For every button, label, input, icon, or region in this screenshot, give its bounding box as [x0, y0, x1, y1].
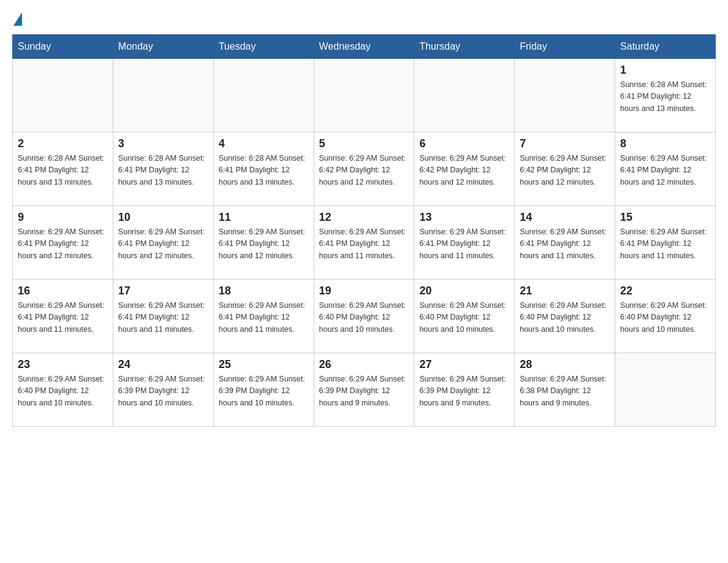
day-info: Sunrise: 6:29 AM Sunset: 6:41 PM Dayligh…	[620, 226, 710, 262]
day-info: Sunrise: 6:29 AM Sunset: 6:39 PM Dayligh…	[219, 373, 309, 409]
calendar-cell: 9Sunrise: 6:29 AM Sunset: 6:41 PM Daylig…	[13, 206, 113, 280]
day-number: 24	[118, 358, 208, 371]
day-info: Sunrise: 6:28 AM Sunset: 6:41 PM Dayligh…	[118, 153, 208, 188]
logo	[12, 12, 22, 22]
day-info: Sunrise: 6:29 AM Sunset: 6:41 PM Dayligh…	[118, 300, 208, 335]
weekday-header-monday: Monday	[113, 35, 213, 59]
day-number: 13	[419, 211, 509, 224]
calendar-week-row: 1Sunrise: 6:28 AM Sunset: 6:41 PM Daylig…	[13, 59, 716, 132]
day-info: Sunrise: 6:29 AM Sunset: 6:41 PM Dayligh…	[18, 226, 108, 262]
day-number: 11	[219, 211, 309, 224]
calendar-week-row: 23Sunrise: 6:29 AM Sunset: 6:40 PM Dayli…	[13, 353, 716, 427]
calendar-cell: 12Sunrise: 6:29 AM Sunset: 6:41 PM Dayli…	[314, 206, 414, 280]
day-info: Sunrise: 6:29 AM Sunset: 6:41 PM Dayligh…	[520, 226, 610, 262]
day-info: Sunrise: 6:29 AM Sunset: 6:39 PM Dayligh…	[118, 373, 208, 409]
calendar-cell: 10Sunrise: 6:29 AM Sunset: 6:41 PM Dayli…	[113, 206, 213, 280]
calendar-cell	[615, 353, 716, 427]
calendar-week-row: 2Sunrise: 6:28 AM Sunset: 6:41 PM Daylig…	[13, 132, 716, 206]
day-number: 22	[620, 285, 710, 297]
calendar-cell: 18Sunrise: 6:29 AM Sunset: 6:41 PM Dayli…	[213, 280, 314, 353]
calendar-cell	[213, 59, 314, 132]
calendar-week-row: 16Sunrise: 6:29 AM Sunset: 6:41 PM Dayli…	[13, 280, 716, 353]
day-number: 3	[118, 137, 208, 150]
calendar-cell: 1Sunrise: 6:28 AM Sunset: 6:41 PM Daylig…	[615, 59, 716, 132]
calendar-cell: 22Sunrise: 6:29 AM Sunset: 6:40 PM Dayli…	[615, 280, 716, 353]
day-number: 12	[319, 211, 409, 224]
day-number: 9	[18, 211, 108, 224]
day-info: Sunrise: 6:29 AM Sunset: 6:41 PM Dayligh…	[18, 300, 108, 335]
calendar-cell: 14Sunrise: 6:29 AM Sunset: 6:41 PM Dayli…	[515, 206, 615, 280]
day-info: Sunrise: 6:29 AM Sunset: 6:42 PM Dayligh…	[319, 153, 409, 188]
day-number: 23	[18, 358, 108, 371]
calendar-cell: 24Sunrise: 6:29 AM Sunset: 6:39 PM Dayli…	[113, 353, 213, 427]
calendar-cell: 5Sunrise: 6:29 AM Sunset: 6:42 PM Daylig…	[314, 132, 414, 206]
day-info: Sunrise: 6:29 AM Sunset: 6:40 PM Dayligh…	[620, 300, 710, 335]
day-number: 27	[419, 358, 509, 371]
weekday-header-wednesday: Wednesday	[314, 35, 414, 59]
calendar-cell: 13Sunrise: 6:29 AM Sunset: 6:41 PM Dayli…	[414, 206, 515, 280]
day-info: Sunrise: 6:29 AM Sunset: 6:41 PM Dayligh…	[419, 226, 509, 262]
calendar-cell	[113, 59, 213, 132]
calendar-cell: 15Sunrise: 6:29 AM Sunset: 6:41 PM Dayli…	[615, 206, 716, 280]
day-number: 25	[219, 358, 309, 371]
calendar-cell: 17Sunrise: 6:29 AM Sunset: 6:41 PM Dayli…	[113, 280, 213, 353]
day-number: 14	[520, 211, 610, 224]
day-info: Sunrise: 6:29 AM Sunset: 6:41 PM Dayligh…	[319, 226, 409, 262]
page-header	[12, 12, 716, 22]
weekday-header-friday: Friday	[515, 35, 615, 59]
calendar-table: SundayMondayTuesdayWednesdayThursdayFrid…	[12, 34, 716, 427]
day-number: 1	[620, 64, 710, 77]
day-info: Sunrise: 6:29 AM Sunset: 6:41 PM Dayligh…	[620, 153, 710, 188]
calendar-cell	[515, 59, 615, 132]
day-info: Sunrise: 6:29 AM Sunset: 6:39 PM Dayligh…	[319, 373, 409, 409]
day-number: 8	[620, 137, 710, 150]
day-number: 19	[319, 285, 409, 297]
day-info: Sunrise: 6:29 AM Sunset: 6:42 PM Dayligh…	[419, 153, 509, 188]
calendar-week-row: 9Sunrise: 6:29 AM Sunset: 6:41 PM Daylig…	[13, 206, 716, 280]
calendar-cell	[314, 59, 414, 132]
day-number: 2	[18, 137, 108, 150]
day-info: Sunrise: 6:29 AM Sunset: 6:40 PM Dayligh…	[18, 373, 108, 409]
calendar-cell: 16Sunrise: 6:29 AM Sunset: 6:41 PM Dayli…	[13, 280, 113, 353]
day-number: 17	[118, 285, 208, 297]
day-info: Sunrise: 6:29 AM Sunset: 6:41 PM Dayligh…	[118, 226, 208, 262]
weekday-header-sunday: Sunday	[13, 35, 113, 59]
calendar-cell: 21Sunrise: 6:29 AM Sunset: 6:40 PM Dayli…	[515, 280, 615, 353]
day-info: Sunrise: 6:28 AM Sunset: 6:41 PM Dayligh…	[18, 153, 108, 188]
day-number: 7	[520, 137, 610, 150]
calendar-cell: 11Sunrise: 6:29 AM Sunset: 6:41 PM Dayli…	[213, 206, 314, 280]
day-number: 4	[219, 137, 309, 150]
day-info: Sunrise: 6:28 AM Sunset: 6:41 PM Dayligh…	[219, 153, 309, 188]
calendar-cell: 26Sunrise: 6:29 AM Sunset: 6:39 PM Dayli…	[314, 353, 414, 427]
calendar-cell: 27Sunrise: 6:29 AM Sunset: 6:39 PM Dayli…	[414, 353, 515, 427]
day-number: 28	[520, 358, 610, 371]
calendar-cell: 2Sunrise: 6:28 AM Sunset: 6:41 PM Daylig…	[13, 132, 113, 206]
calendar-cell: 20Sunrise: 6:29 AM Sunset: 6:40 PM Dayli…	[414, 280, 515, 353]
calendar-cell: 8Sunrise: 6:29 AM Sunset: 6:41 PM Daylig…	[615, 132, 716, 206]
day-info: Sunrise: 6:29 AM Sunset: 6:40 PM Dayligh…	[319, 300, 409, 335]
day-number: 16	[18, 285, 108, 297]
calendar-cell: 7Sunrise: 6:29 AM Sunset: 6:42 PM Daylig…	[515, 132, 615, 206]
logo-triangle-icon	[13, 12, 22, 26]
day-info: Sunrise: 6:29 AM Sunset: 6:41 PM Dayligh…	[219, 300, 309, 335]
logo-wordmark	[12, 12, 22, 22]
weekday-header-tuesday: Tuesday	[213, 35, 314, 59]
day-number: 26	[319, 358, 409, 371]
calendar-cell: 23Sunrise: 6:29 AM Sunset: 6:40 PM Dayli…	[13, 353, 113, 427]
day-info: Sunrise: 6:28 AM Sunset: 6:41 PM Dayligh…	[620, 79, 710, 115]
weekday-header-thursday: Thursday	[414, 35, 515, 59]
calendar-cell: 25Sunrise: 6:29 AM Sunset: 6:39 PM Dayli…	[213, 353, 314, 427]
day-info: Sunrise: 6:29 AM Sunset: 6:41 PM Dayligh…	[219, 226, 309, 262]
calendar-cell	[414, 59, 515, 132]
day-number: 21	[520, 285, 610, 297]
calendar-cell: 4Sunrise: 6:28 AM Sunset: 6:41 PM Daylig…	[213, 132, 314, 206]
day-number: 20	[419, 285, 509, 297]
calendar-cell: 19Sunrise: 6:29 AM Sunset: 6:40 PM Dayli…	[314, 280, 414, 353]
day-number: 5	[319, 137, 409, 150]
calendar-cell: 6Sunrise: 6:29 AM Sunset: 6:42 PM Daylig…	[414, 132, 515, 206]
day-number: 10	[118, 211, 208, 224]
day-info: Sunrise: 6:29 AM Sunset: 6:40 PM Dayligh…	[520, 300, 610, 335]
weekday-header-row: SundayMondayTuesdayWednesdayThursdayFrid…	[13, 35, 716, 59]
calendar-cell: 3Sunrise: 6:28 AM Sunset: 6:41 PM Daylig…	[113, 132, 213, 206]
calendar-cell: 28Sunrise: 6:29 AM Sunset: 6:38 PM Dayli…	[515, 353, 615, 427]
